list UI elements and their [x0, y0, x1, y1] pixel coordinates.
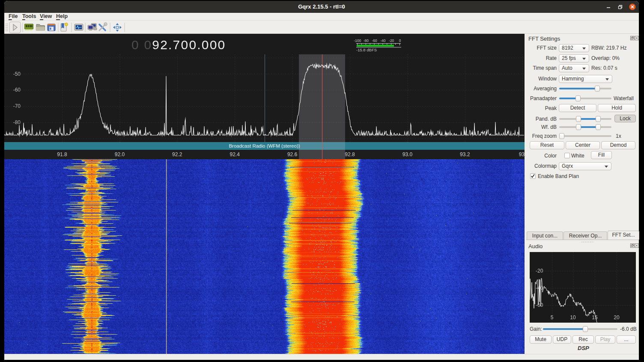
svg-text:-40: -40 [380, 39, 386, 43]
svg-text:-15.8 dBFS: -15.8 dBFS [356, 47, 377, 52]
svg-text:-80: -80 [364, 39, 369, 43]
svg-text:-60: -60 [372, 39, 377, 43]
svg-text:0: 0 [399, 39, 401, 43]
svg-text:-20: -20 [389, 39, 394, 43]
svg-text:-100: -100 [354, 39, 361, 43]
